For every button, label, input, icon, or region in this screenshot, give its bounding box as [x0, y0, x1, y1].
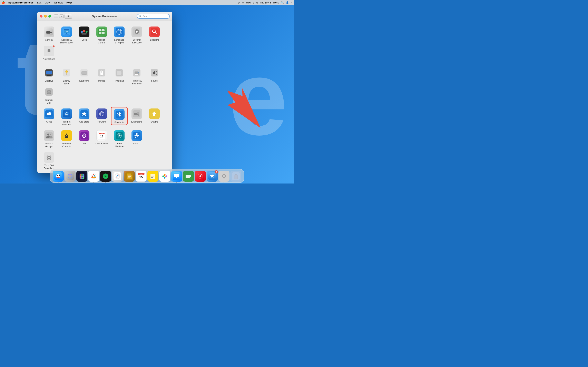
close-button[interactable]	[40, 15, 43, 17]
dock-music[interactable]	[195, 171, 206, 182]
pref-sound[interactable]: Sound	[146, 66, 163, 84]
spotlight-label: Spotlight	[150, 38, 159, 41]
pref-trackpad[interactable]: Trackpad	[111, 66, 128, 84]
dock-safari[interactable]	[112, 171, 123, 182]
dock-notes[interactable]	[147, 171, 158, 182]
svg-text:JUL: JUL	[100, 133, 103, 134]
pref-startup[interactable]: StartupDisk	[41, 85, 57, 103]
notifications-label: Notifications	[43, 58, 55, 60]
pref-sharing[interactable]: Sharing	[146, 107, 163, 125]
pref-internet[interactable]: @ InternetAccounts	[58, 107, 75, 125]
pref-language[interactable]: Language& Region	[111, 25, 128, 43]
pref-accessibility[interactable]: Acce…	[129, 129, 145, 147]
svg-point-100	[66, 133, 67, 135]
back-button[interactable]: ‹	[54, 15, 58, 18]
profile-name[interactable]: Work	[273, 1, 279, 4]
network-label: Network	[98, 120, 106, 123]
svg-point-132	[59, 175, 60, 176]
svg-rect-0	[45, 28, 53, 35]
svg-rect-2	[46, 31, 51, 32]
internet-icon: @	[61, 108, 72, 119]
pref-parental[interactable]: ParentalControls	[58, 129, 75, 147]
pref-security[interactable]: Security& Privacy	[129, 25, 145, 43]
pref-dock[interactable]: Dock	[76, 25, 93, 43]
pref-appstore[interactable]: App Store	[76, 107, 93, 125]
pref-spotlight[interactable]: Spotlight	[146, 25, 163, 43]
minimize-button[interactable]	[44, 15, 47, 17]
pref-mission[interactable]: MissionControl	[93, 25, 110, 43]
pref-datetime[interactable]: JUL 18 Date & Time	[93, 129, 110, 147]
startup-label: StartupDisk	[45, 99, 52, 104]
pref-displays[interactable]: Displays	[41, 66, 57, 84]
notification-list-icon[interactable]: ≡	[291, 1, 292, 4]
pref-mouse[interactable]: Mouse	[93, 66, 110, 84]
svg-point-97	[47, 133, 49, 136]
dock-chrome[interactable]	[88, 171, 99, 182]
pref-energy[interactable]: EnergySaver	[58, 66, 75, 84]
dock-launchpad[interactable]	[76, 171, 87, 182]
dock-trash[interactable]	[230, 171, 241, 182]
pref-siri[interactable]: Siri	[76, 129, 93, 147]
svg-point-66	[138, 72, 139, 73]
svg-point-74	[49, 93, 49, 94]
menu-edit[interactable]: Edit	[37, 1, 41, 4]
pref-extensions[interactable]: Extensions	[129, 107, 145, 125]
fullscreen-button[interactable]	[48, 15, 51, 17]
pref-keyboard[interactable]: Keyboard	[76, 66, 93, 84]
section-other-row: Xbox 360Controllers	[41, 150, 169, 169]
menubar: 🍎 System Preferences Edit View Window He…	[0, 0, 294, 5]
dock-messages[interactable]	[171, 171, 182, 182]
svg-rect-14	[84, 33, 86, 34]
pref-desktop[interactable]: Aa Desktop &Screen Saver	[58, 25, 75, 43]
grid-view-button[interactable]: ⊞	[65, 14, 72, 18]
dock-notefile[interactable]	[124, 171, 135, 182]
pref-printers[interactable]: Printers &Scanners	[129, 66, 145, 84]
search-menubar-icon[interactable]: 🔍	[281, 1, 284, 4]
pref-general[interactable]: General	[41, 25, 57, 43]
dock-spotify[interactable]	[100, 171, 111, 182]
dock-sysprefs[interactable]	[218, 171, 229, 182]
svg-rect-116	[133, 132, 140, 139]
svg-point-115	[119, 135, 120, 136]
dock-appstore[interactable]: 1	[207, 171, 218, 182]
svg-rect-96	[45, 132, 53, 139]
dock-siri[interactable]	[65, 171, 76, 182]
pref-bluetooth[interactable]: Bluetooth	[111, 107, 128, 125]
xbox-icon	[44, 152, 54, 163]
svg-rect-22	[102, 32, 104, 34]
svg-point-35	[49, 53, 50, 54]
dock-finder[interactable]	[53, 171, 64, 182]
app-name[interactable]: System Preferences	[8, 1, 34, 4]
svg-rect-52	[84, 73, 85, 73]
pref-notifications[interactable]: Notifications	[41, 44, 57, 62]
pref-users[interactable]: Users &Groups	[41, 129, 57, 147]
desktop-icon: Aa	[61, 26, 72, 37]
section-personal-row: General Aa Desktop &Screen Saver	[41, 25, 169, 62]
svg-rect-38	[46, 71, 52, 74]
apple-menu[interactable]: 🍎	[2, 1, 5, 4]
menu-view[interactable]: View	[45, 1, 51, 4]
dock-calendar[interactable]: JUL 15	[136, 171, 147, 182]
timemachine-icon	[114, 130, 125, 141]
forward-button[interactable]: ›	[59, 15, 64, 18]
svg-point-196	[226, 176, 227, 177]
svg-point-15	[81, 31, 83, 33]
svg-point-141	[80, 176, 81, 177]
svg-point-140	[82, 174, 84, 176]
svg-rect-161	[128, 175, 131, 176]
pref-xbox[interactable]: Xbox 360Controllers	[41, 150, 57, 169]
energy-icon	[61, 67, 72, 78]
pref-timemachine[interactable]: TimeMachine	[111, 129, 128, 147]
dock-photos[interactable]	[159, 171, 170, 182]
appstore-badge: 1	[215, 170, 218, 174]
user-avatar[interactable]: 👤	[286, 1, 289, 4]
svg-rect-48	[84, 72, 85, 72]
menu-help[interactable]: Help	[66, 1, 72, 4]
search-field[interactable]: 🔍 Search	[137, 14, 170, 18]
pref-network[interactable]: Network	[93, 107, 110, 125]
pref-icloud[interactable]: iCloud	[41, 107, 57, 125]
svg-point-139	[81, 174, 83, 176]
menu-window[interactable]: Window	[54, 1, 63, 4]
svg-rect-94	[138, 114, 139, 116]
dock-facetime[interactable]	[183, 171, 194, 182]
